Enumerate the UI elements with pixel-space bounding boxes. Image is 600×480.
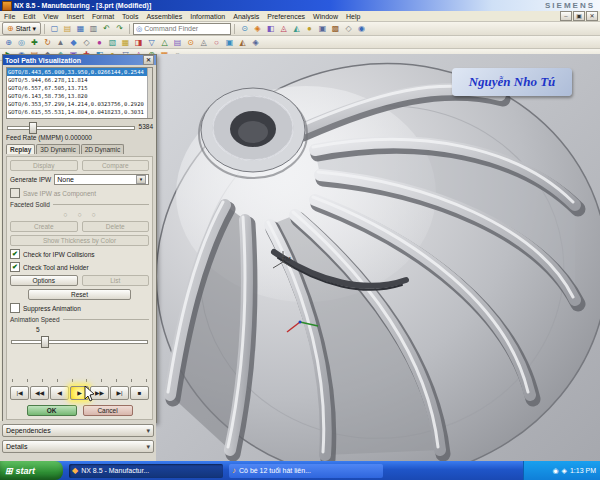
tab-3d-dynamic[interactable]: 3D Dynamic [36, 144, 79, 154]
redo-icon[interactable]: ↷ [114, 23, 125, 34]
face-analysis-icon[interactable]: ▧ [107, 37, 118, 48]
goto-line[interactable]: GOTO/6.143,58.736,13.820 [7, 92, 152, 100]
work-plane-icon[interactable]: ▽ [146, 37, 157, 48]
menu-window[interactable]: Window [309, 13, 342, 20]
goto-line[interactable]: GOTO/5.944,66.278,11.814 [7, 76, 152, 84]
minimize-icon[interactable]: ‒ [560, 11, 572, 21]
zoom-icon[interactable]: ◎ [16, 37, 27, 48]
suppress-animation-checkbox[interactable] [10, 303, 20, 313]
new-file-icon[interactable]: ▢ [49, 23, 60, 34]
measure-icon[interactable]: ⊙ [185, 37, 196, 48]
go-to-start-button[interactable]: |◀ [10, 386, 29, 400]
dialog-title-bar[interactable]: Tool Path Visualization ✕ [3, 55, 156, 65]
sphere-icon[interactable]: ◈ [250, 37, 261, 48]
line-icon[interactable]: ▣ [224, 37, 235, 48]
tab-replay[interactable]: Replay [6, 144, 35, 154]
goto-line[interactable]: GOTO/6.615,55.531,14.804,0.0418233,0.303… [7, 108, 152, 116]
chevron-down-icon[interactable]: ▾ [146, 443, 150, 451]
view-orient-icon[interactable]: ◭ [291, 23, 302, 34]
studio-render-icon[interactable]: ● [94, 37, 105, 48]
taskbar-clock[interactable]: 1:13 PM [570, 467, 596, 474]
refresh-icon[interactable]: ⊙ [239, 23, 250, 34]
volume-tray-icon[interactable]: ◉ [552, 467, 558, 475]
animation-speed-handle[interactable] [41, 336, 49, 348]
play-backward-button[interactable]: ◀◀ [30, 386, 49, 400]
perspective-icon[interactable]: ▲ [55, 37, 66, 48]
menu-analysis[interactable]: Analysis [229, 13, 263, 20]
ok-button[interactable]: OK [27, 405, 77, 416]
save-ipw-checkbox[interactable] [10, 188, 20, 198]
move-object-icon[interactable]: △ [159, 37, 170, 48]
check-ipw-collisions-checkbox[interactable]: ✔ [10, 249, 20, 259]
display-button[interactable]: Display [10, 160, 78, 171]
clip-section-icon[interactable]: ◨ [133, 37, 144, 48]
cancel-button[interactable]: Cancel [83, 405, 133, 416]
toolpath-position-slider[interactable] [6, 122, 136, 132]
start-menu-button[interactable]: ⊕ Start ▾ [2, 22, 41, 35]
arc-icon[interactable]: ◭ [237, 37, 248, 48]
menu-insert[interactable]: Insert [62, 13, 88, 20]
menu-information[interactable]: Information [186, 13, 229, 20]
command-finder-input[interactable]: ◎ Command Finder [133, 23, 231, 35]
list-button[interactable]: List [82, 275, 150, 286]
datum-icon[interactable]: ◬ [198, 37, 209, 48]
close-icon[interactable]: ✕ [586, 11, 598, 21]
undo-icon[interactable]: ↶ [101, 23, 112, 34]
pmi-icon[interactable]: ◬ [278, 23, 289, 34]
pattern-icon[interactable]: ▤ [172, 37, 183, 48]
check-tool-holder-checkbox[interactable]: ✔ [10, 262, 20, 272]
go-to-end-button[interactable]: ▶| [110, 386, 129, 400]
tab-2d-dynamic[interactable]: 2D Dynamic [81, 144, 124, 154]
dialog-close-icon[interactable]: ✕ [143, 55, 154, 65]
show-thickness-button[interactable]: Show Thickness by Color [10, 235, 149, 246]
start-button[interactable]: ⊞ start [0, 461, 63, 480]
touch-icon[interactable]: ◇ [343, 23, 354, 34]
menu-file[interactable]: File [0, 13, 19, 20]
gallery-icon[interactable]: ▩ [330, 23, 341, 34]
generate-ipw-dropdown[interactable]: None ▾ [54, 174, 149, 185]
radio-icon[interactable]: ○ [63, 211, 67, 218]
toolpath-slider-handle[interactable] [29, 122, 37, 134]
step-backward-button[interactable]: ◀ [50, 386, 69, 400]
create-button[interactable]: Create [10, 221, 78, 232]
print-icon[interactable]: ▥ [88, 23, 99, 34]
goto-list-scrollbar[interactable] [147, 68, 152, 118]
dropdown-chevron-icon[interactable]: ▾ [136, 175, 146, 184]
fit-view-icon[interactable]: ⊕ [3, 37, 14, 48]
wireframe-icon[interactable]: ◇ [81, 37, 92, 48]
goto-line[interactable]: GOTO/8.443,65.000,33.950,0.0266144,0.254… [7, 68, 152, 76]
radio-icon[interactable]: ○ [77, 211, 81, 218]
options-button[interactable]: Options [10, 275, 78, 286]
role-icon[interactable]: ● [304, 23, 315, 34]
shaded-view-icon[interactable]: ◆ [68, 37, 79, 48]
menu-preferences[interactable]: Preferences [263, 13, 309, 20]
restore-icon[interactable]: ▣ [573, 11, 585, 21]
menu-edit[interactable]: Edit [19, 13, 39, 20]
task-media[interactable]: ♪Cô bé 12 tuổi hát liên... [229, 464, 383, 478]
help-icon[interactable]: ◉ [356, 23, 367, 34]
point-icon[interactable]: ○ [211, 37, 222, 48]
menu-help[interactable]: Help [342, 13, 364, 20]
menu-view[interactable]: View [39, 13, 62, 20]
goto-line[interactable]: GOTO/6.353,57.299,14.214,0.0323756,0.292… [7, 100, 152, 108]
goto-line[interactable]: GOTO/6.557,67.505,13.715 [7, 84, 152, 92]
assembly-icon[interactable]: ◧ [265, 23, 276, 34]
toolpath-goto-list[interactable]: GOTO/8.443,65.000,33.950,0.0266144,0.254… [6, 67, 153, 119]
rotate-icon[interactable]: ↻ [42, 37, 53, 48]
task-navigator-icon[interactable]: ◈ [252, 23, 263, 34]
menu-tools[interactable]: Tools [118, 13, 142, 20]
save-icon[interactable]: ▦ [75, 23, 86, 34]
radio-icon[interactable]: ○ [92, 211, 96, 218]
task-nx[interactable]: ◆NX 8.5 - Manufactur... [69, 464, 223, 478]
network-tray-icon[interactable]: ◈ [562, 467, 567, 475]
window-icon[interactable]: ▣ [317, 23, 328, 34]
menu-format[interactable]: Format [88, 13, 118, 20]
reset-button[interactable]: Reset [28, 289, 131, 300]
dependencies-panel-bar[interactable]: Dependencies ▾ [2, 424, 154, 437]
graphics-viewport[interactable] [156, 54, 600, 461]
chevron-down-icon[interactable]: ▾ [146, 427, 150, 435]
delete-button[interactable]: Delete [82, 221, 150, 232]
compare-button[interactable]: Compare [82, 160, 150, 171]
details-panel-bar[interactable]: Details ▾ [2, 440, 154, 453]
animation-speed-slider[interactable] [10, 336, 149, 376]
